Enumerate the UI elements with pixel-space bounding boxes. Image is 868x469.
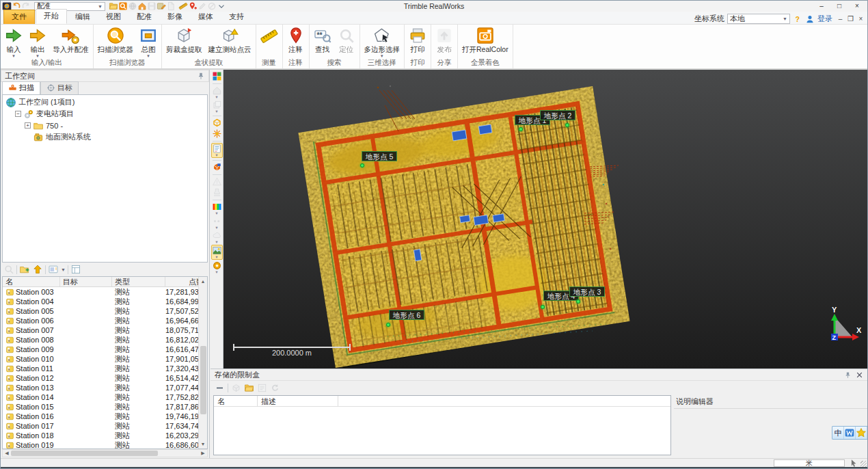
table-row[interactable]: aStation 014测站17,752,828 (3, 392, 198, 402)
ribbon-button-ruler[interactable] (258, 25, 281, 44)
doc-minimize-button[interactable]: – (835, 15, 845, 23)
workspace-tab-扫描[interactable]: 扫描 (2, 81, 40, 94)
ribbon-button-输入[interactable]: 输入▼ (2, 25, 25, 58)
close-button[interactable]: × (848, 1, 866, 11)
tab-影像[interactable]: 影像 (160, 10, 190, 24)
table-row[interactable]: aStation 003测站17,281,938 (3, 287, 198, 297)
terrain-point-label[interactable]: 地形点 2 (540, 110, 575, 120)
table-row[interactable]: aStation 005测站17,507,521 (3, 306, 198, 316)
viewport-tool-star-select[interactable] (211, 129, 223, 139)
scrollbar-thumb[interactable] (11, 451, 158, 456)
tab-文件[interactable]: 文件 (3, 10, 35, 24)
ribbon-button-导入并配准[interactable]: 导入并配准 (50, 25, 92, 55)
viewport-tool-box-extract[interactable] (211, 162, 223, 172)
scroll-down-arrow[interactable]: ▼ (201, 440, 206, 448)
table-row[interactable]: aStation 006测站16,964,661 (3, 316, 198, 325)
table-row[interactable]: aStation 011测站17,320,435 (3, 364, 198, 373)
table-row[interactable]: aStation 012测站16,514,429 (3, 373, 198, 383)
scroll-right-arrow[interactable]: ▶ (199, 451, 207, 456)
viewport-tool-station-color[interactable] (211, 71, 223, 81)
column-header-类型[interactable]: 类型 (112, 277, 165, 286)
station-name-cell: aStation 009 (3, 345, 60, 354)
table-row[interactable]: aStation 010测站17,901,055 (3, 354, 198, 364)
tab-支持[interactable]: 支持 (221, 10, 252, 24)
column-header-名[interactable]: 名 (214, 396, 258, 406)
ribbon-button-扫描浏览器[interactable]: 扫描浏览器 (95, 25, 137, 55)
station-name: Station 012 (16, 374, 54, 382)
minimize-button[interactable]: – (813, 1, 830, 11)
doc-close-button[interactable]: × (856, 15, 866, 23)
svg-text:a: a (8, 405, 10, 409)
tree-item[interactable]: −变电站项目 (3, 108, 207, 120)
table-row[interactable]: aStation 013测站17,077,441 (3, 383, 198, 392)
terrain-point-label[interactable]: 地形点 5 (362, 151, 397, 161)
tab-配准[interactable]: 配准 (129, 10, 159, 24)
login-button[interactable]: 登录 (817, 14, 832, 24)
doc-restore-button[interactable]: ❐ (845, 15, 856, 23)
column-header-目标[interactable]: 目标 (60, 277, 112, 286)
pin-icon[interactable] (844, 371, 852, 379)
maximize-button[interactable]: □ (830, 1, 848, 11)
scroll-left-arrow[interactable]: ◀ (3, 451, 11, 456)
tab-开始[interactable]: 开始 (36, 9, 67, 24)
folder-plus-icon[interactable] (19, 264, 30, 275)
ime-language-button[interactable]: 中 (832, 427, 844, 439)
table-row[interactable]: aStation 016测站19,746,191 (3, 412, 198, 421)
table-row[interactable]: aStation 018测站16,203,290 (3, 431, 198, 440)
ime-menu-icon[interactable] (856, 427, 867, 439)
ribbon-button-查找[interactable]: **查找 (311, 25, 334, 55)
table-row[interactable]: aStation 009测站16,616,470 (3, 345, 198, 354)
form-view-icon[interactable] (70, 264, 81, 275)
table-row[interactable]: aStation 015测站17,817,866 (3, 402, 198, 412)
terrain-point-label[interactable]: 地形点 6 (389, 310, 424, 320)
up-arrow-icon[interactable] (32, 264, 43, 275)
box-extract-icon (212, 162, 222, 172)
ribbon-button-剪裁盒提取[interactable]: 剪裁盒提取 (163, 25, 205, 55)
vertical-scrollbar[interactable]: ▲ ▼ (198, 277, 207, 448)
scrollbar-thumb[interactable] (200, 346, 206, 414)
station-icon: a (5, 297, 14, 306)
ribbon-button-输出[interactable]: 输出▼ (26, 25, 49, 58)
minus-icon[interactable] (215, 383, 225, 393)
ribbon-button-多边形选择[interactable]: 多边形选择▼ (362, 25, 403, 58)
resize-grip[interactable] (860, 461, 867, 467)
ribbon-button-总图[interactable]: 总图▼ (137, 25, 160, 58)
table-row[interactable]: aStation 017测站17,634,749 (3, 421, 198, 431)
ribbon-button-打开RealColor[interactable]: 打开RealColor (459, 25, 511, 55)
table-row[interactable]: aStation 019测站16,686,601 (3, 440, 198, 448)
viewport-tool-image[interactable]: ▼ (211, 245, 223, 260)
viewport-tool-gradient[interactable]: ▼ (211, 202, 223, 215)
ribbon-button-注释[interactable]: 注释 (284, 25, 308, 55)
ime-skin-icon[interactable] (844, 427, 856, 439)
table-row[interactable]: aStation 004测站16,684,998 (3, 297, 198, 306)
pin-icon[interactable] (197, 72, 205, 80)
open-folder-icon[interactable] (244, 383, 254, 393)
scroll-up-arrow[interactable]: ▲ (201, 277, 206, 286)
tab-媒体[interactable]: 媒体 (191, 10, 221, 24)
limit-box-table-body[interactable] (214, 407, 670, 455)
close-icon[interactable] (856, 371, 863, 379)
tab-编辑[interactable]: 编辑 (68, 10, 98, 24)
table-row[interactable]: aStation 008测站16,812,020 (3, 335, 198, 345)
table-row[interactable]: aStation 007测站18,075,715 (3, 325, 198, 335)
ribbon-button-打印[interactable]: 打印 (406, 25, 429, 55)
ribbon-button-建立测站点云[interactable]: 建立测站点云 (206, 25, 254, 55)
viewport-tool-limit-box[interactable] (211, 118, 223, 128)
help-icon[interactable]: ? (793, 14, 802, 24)
list-view-icon[interactable] (48, 264, 59, 275)
tree-expander[interactable]: + (25, 122, 31, 129)
column-header-名[interactable]: 名 (3, 277, 60, 286)
3d-viewport[interactable]: 地形点 1地形点 2地形点 5地形点 4地形点 3地形点 6 200.0000 … (223, 70, 868, 368)
terrain-point-label[interactable]: 地形点 3 (569, 286, 605, 297)
tab-视图[interactable]: 视图 (98, 10, 128, 24)
column-header-描述[interactable]: 描述 (258, 396, 338, 406)
tree-item[interactable]: +750 - (3, 120, 207, 131)
tree-item[interactable]: 地面测站系统 (3, 131, 207, 143)
horizontal-scrollbar[interactable]: ◀ ▶ (2, 449, 208, 457)
viewport-tool-notes[interactable]: ▼ (211, 143, 223, 158)
viewport-tool-point[interactable]: ▼ (211, 260, 223, 274)
tree-expander[interactable]: − (15, 111, 21, 117)
tree-item[interactable]: 工作空间 (1项目) (3, 96, 207, 108)
workspace-tab-目标[interactable]: 目标 (40, 81, 79, 94)
coordinate-system-combo[interactable]: 本地 ▼ (727, 14, 790, 24)
